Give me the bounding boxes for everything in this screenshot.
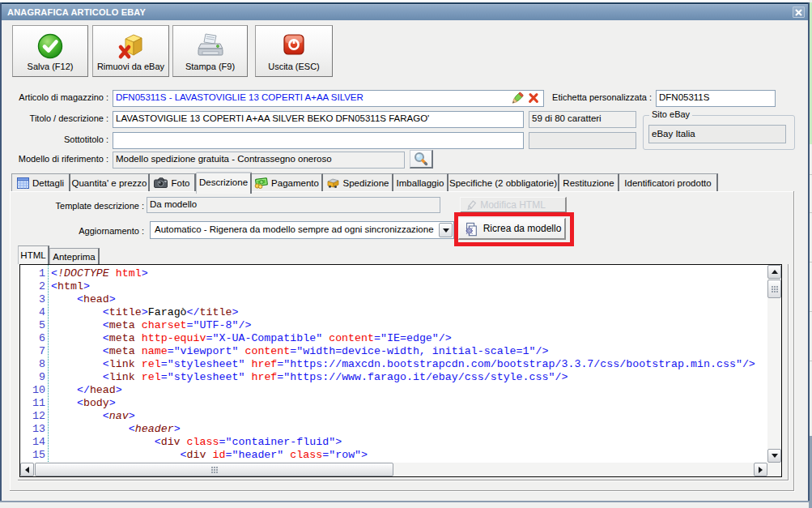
editor-line-number: 14: [20, 436, 45, 449]
hscroll-thumb[interactable]: [35, 463, 393, 476]
editor-hscrollbar[interactable]: [20, 463, 767, 476]
tab-imballaggio[interactable]: Imballaggio: [393, 173, 449, 191]
subtab-html[interactable]: HTML: [18, 245, 49, 264]
titolo-counter: 59 di 80 caratteri: [529, 111, 636, 128]
titolo-field[interactable]: LAVASTOVIGLIE 13 COPERTI A+AA SILVER BEK…: [113, 111, 524, 128]
editor-code-line: <title>Faragò</title>: [51, 306, 238, 319]
articolo-label: Articolo di magazzino :: [0, 92, 108, 102]
save-check-icon: [36, 32, 64, 62]
uscita-button[interactable]: Uscita (ESC): [255, 25, 333, 77]
editor-line-number: 8: [20, 358, 45, 371]
tab-specifiche[interactable]: Specifiche (2 obbligatorie): [449, 173, 559, 191]
editor-code-line: <head>: [51, 293, 116, 306]
stampa-button[interactable]: Stampa (F9): [172, 25, 248, 77]
chevron-down-icon: [443, 228, 449, 233]
rimuovi-button-label: Rimuovi da eBay: [97, 62, 164, 71]
vscroll-up-button[interactable]: [767, 265, 781, 279]
modifica-html-button[interactable]: Modifica HTML: [460, 197, 567, 213]
aggiornamento-value: Automatico - Rigenera da modello sempre …: [155, 224, 434, 234]
editor-code-line: <nav>: [51, 410, 135, 423]
editor-line-number: 5: [20, 319, 45, 332]
editor-line-number: 3: [20, 293, 45, 306]
editor-line-number: 4: [20, 306, 45, 319]
etichetta-field[interactable]: DFN05311S: [656, 90, 776, 107]
title-bar[interactable]: ANAGRAFICA ARTICOLO EBAY: [2, 4, 808, 20]
edit-articolo-button[interactable]: [508, 91, 525, 106]
tab-spedizione[interactable]: Spedizione: [323, 173, 393, 191]
editor-code-line: <html>: [51, 280, 90, 293]
editor-code-line: <div class="container-fluid">: [51, 436, 342, 449]
editor-line-number: 13: [20, 423, 45, 436]
printer-icon: [196, 32, 225, 62]
truck-icon: [326, 177, 340, 189]
articolo-field[interactable]: DFN05311S - LAVASTOVIGLIE 13 COPERTI A+A…: [113, 90, 544, 107]
subtab-page-border: [18, 480, 789, 481]
arrow-down-icon: [772, 454, 778, 458]
modello-label: Modello di riferimento :: [0, 154, 108, 164]
anagrafica-articolo-ebay-window: ANAGRAFICA ARTICOLO EBAY Salva (F12) Rim…: [0, 0, 812, 508]
editor-code-line: <link rel="stylesheet" href="https://www…: [51, 371, 568, 384]
editor-code-line: <!DOCTYPE html>: [51, 267, 148, 280]
close-button[interactable]: [793, 6, 805, 18]
sottotitolo-counter: [529, 132, 636, 149]
editor-code-line: <meta charset="UTF-8"/>: [51, 319, 251, 332]
template-descrizione-field: Da modello: [147, 197, 440, 213]
combo-dropdown-button[interactable]: [439, 223, 453, 237]
editor-gutter-separator: [48, 265, 49, 462]
editor-line-number: 12: [20, 410, 45, 423]
money-icon: [254, 177, 268, 189]
tab-foto[interactable]: Foto: [150, 173, 196, 191]
editor-code-line: <body>: [51, 397, 116, 410]
arrow-left-icon: [25, 467, 29, 473]
hscroll-left-button[interactable]: [20, 463, 34, 476]
remove-box-icon: [117, 32, 146, 62]
tab-page-border: [794, 192, 795, 492]
grid-icon: [17, 177, 29, 189]
tab-strip: Dettagli Quantita' e prezzo Foto Descriz…: [11, 172, 718, 191]
vscroll-down-button[interactable]: [767, 449, 781, 463]
tab-pagamento[interactable]: Pagamento: [252, 173, 323, 191]
scrollbar-corner: [767, 463, 781, 476]
cerca-modello-button[interactable]: [410, 150, 433, 169]
tab-quantita-e-prezzo[interactable]: Quantita' e prezzo: [70, 173, 150, 191]
hscroll-right-button[interactable]: [754, 463, 767, 476]
sottotitolo-field[interactable]: [113, 132, 524, 149]
aggiornamento-label: Aggiornamento :: [0, 226, 144, 236]
editor-line-number: 15: [20, 449, 45, 462]
tab-page-border: [10, 191, 794, 192]
salva-button-label: Salva (F12): [28, 62, 74, 71]
editor-vscrollbar[interactable]: [767, 265, 781, 463]
tab-restituzione[interactable]: Restituzione: [559, 173, 619, 191]
editor-line-number: 7: [20, 345, 45, 358]
editor-line-number: 6: [20, 332, 45, 345]
rimuovi-da-ebay-button[interactable]: Rimuovi da eBay: [92, 25, 169, 77]
sito-ebay-field: eBay Italia: [648, 125, 786, 143]
editor-code-line: </head>: [51, 384, 122, 397]
aggiornamento-combobox[interactable]: Automatico - Rigenera da modello sempre …: [150, 221, 454, 239]
vscroll-thumb[interactable]: [767, 280, 781, 298]
tab-descrizione[interactable]: Descrizione: [196, 172, 252, 194]
tab-page-border: [10, 191, 11, 491]
tab-dettagli[interactable]: Dettagli: [11, 173, 70, 191]
html-code-editor[interactable]: 123456789101112131415 <!DOCTYPE html><ht…: [19, 264, 782, 477]
magnifier-icon: [414, 152, 428, 166]
etichetta-label: Etichetta personalizzata :: [534, 92, 652, 102]
stampa-button-label: Stampa (F9): [185, 62, 235, 71]
editor-code-line: <header>: [51, 423, 181, 436]
uscita-button-label: Uscita (ESC): [268, 62, 320, 71]
annotation-highlight-rectangle: [454, 212, 574, 246]
tab-identificatori-prodotto[interactable]: Identificatori prodotto: [619, 173, 718, 191]
window-title: ANAGRAFICA ARTICOLO EBAY: [7, 7, 146, 17]
subtab-page-border: [789, 264, 789, 480]
arrow-right-icon: [759, 467, 763, 473]
editor-code-line: <div id="header" class="row">: [51, 449, 368, 462]
modello-field: Modello spedizione gratuita - Contrasseg…: [113, 152, 405, 169]
subtab-anteprima[interactable]: Anteprima: [49, 248, 100, 264]
editor-code-line: <link rel="stylesheet" href="https://max…: [51, 358, 755, 371]
salva-button[interactable]: Salva (F12): [12, 25, 88, 77]
dialog-border: [0, 501, 810, 502]
sito-ebay-legend: Sito eBay: [649, 109, 692, 119]
editor-line-number: 11: [20, 397, 45, 410]
power-exit-icon: [282, 32, 306, 58]
editor-line-number: 9: [20, 371, 45, 384]
